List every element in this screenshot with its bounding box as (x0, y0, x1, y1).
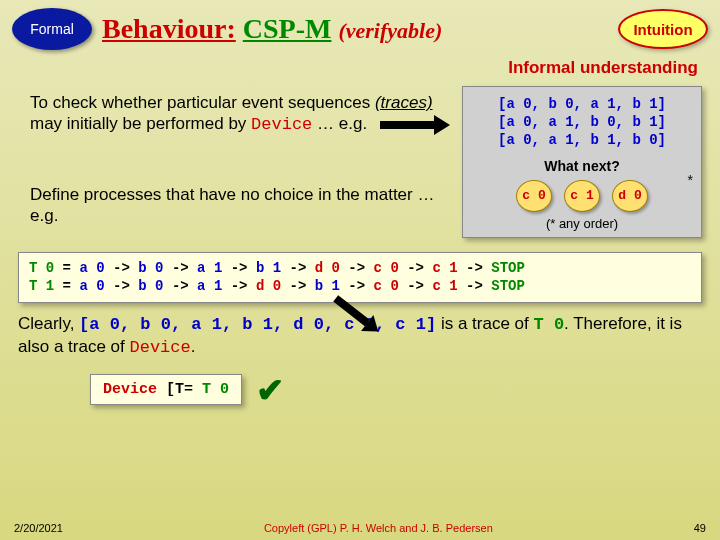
slide-title: Behaviour: CSP-M (verifyable) (102, 13, 608, 45)
para1-c: … e.g. (312, 114, 367, 133)
title-behaviour: Behaviour: (102, 13, 236, 44)
code-ar2: -> (163, 260, 197, 276)
code-b1b: b 1 (315, 278, 340, 294)
code-ar5: -> (340, 260, 374, 276)
checkmark-icon: ✔ (256, 370, 284, 410)
code-t1: T 1 (29, 278, 54, 294)
code-arb3: -> (222, 278, 256, 294)
code-d0: d 0 (315, 260, 340, 276)
code-ar3: -> (222, 260, 256, 276)
para1-b: may initially be performed by (30, 114, 251, 133)
what-next-label: What next? (473, 158, 691, 174)
code-b0: b 0 (138, 260, 163, 276)
code-c0: c 0 (374, 260, 399, 276)
clearly-b: is a trace of (436, 314, 533, 333)
title-verifyable: (verifyable) (338, 18, 442, 43)
title-csp: CSP-M (243, 13, 332, 44)
informal-label: Informal understanding (0, 54, 720, 80)
refinement-box: Device [T= T 0 (90, 374, 242, 405)
code-eq1: = (54, 260, 79, 276)
clearly-device: Device (130, 338, 191, 357)
refinement-row: Device [T= T 0 ✔ (90, 370, 720, 410)
code-c1: c 1 (432, 260, 457, 276)
code-arb2: -> (163, 278, 197, 294)
clearly-t0: T 0 (533, 315, 564, 334)
slide-header: Formal Behaviour: CSP-M (verifyable) Int… (0, 0, 720, 54)
footer-page: 49 (694, 522, 706, 534)
circle-c1: c 1 (564, 180, 600, 212)
code-b0b: b 0 (138, 278, 163, 294)
any-order-note: (* any order) (473, 216, 691, 231)
traces-box: [a 0, b 0, a 1, b 1] [a 0, a 1, b 0, b 1… (462, 86, 702, 238)
paragraph-1: To check whether particular event sequen… (30, 92, 454, 136)
para1-a: To check whether particular event sequen… (30, 93, 375, 112)
code-arb7: -> (458, 278, 492, 294)
footer-copyleft: Copyleft (GPL) P. H. Welch and J. B. Ped… (264, 522, 493, 534)
formal-badge: Formal (12, 8, 92, 50)
code-d0b: d 0 (256, 278, 281, 294)
code-ar4: -> (281, 260, 315, 276)
para1-traces: (traces) (375, 93, 433, 112)
left-column: To check whether particular event sequen… (30, 86, 454, 238)
code-ar7: -> (458, 260, 492, 276)
footer-date: 2/20/2021 (14, 522, 63, 534)
clearly-a: Clearly, (18, 314, 79, 333)
slide-footer: 2/20/2021 Copyleft (GPL) P. H. Welch and… (0, 522, 720, 534)
circle-d0: d 0 (612, 180, 648, 212)
code-a1: a 1 (197, 260, 222, 276)
circle-c0: c 0 (516, 180, 552, 212)
code-stop1: STOP (491, 260, 525, 276)
event-circles: c 0 c 1 d 0 * (473, 180, 691, 212)
mid-section: To check whether particular event sequen… (0, 80, 720, 238)
trace-list: [a 0, b 0, a 1, b 1] [a 0, a 1, b 0, b 1… (473, 95, 691, 150)
arrow-right-icon (380, 117, 450, 133)
code-a0: a 0 (79, 260, 104, 276)
code-stop2: STOP (491, 278, 525, 294)
code-a0b: a 0 (79, 278, 104, 294)
refine-t0: T 0 (202, 381, 229, 398)
refine-device: Device (103, 381, 157, 398)
code-arb6: -> (399, 278, 433, 294)
code-ar6: -> (399, 260, 433, 276)
code-t0: T 0 (29, 260, 54, 276)
code-c1b: c 1 (432, 278, 457, 294)
refine-op: [T= (157, 381, 202, 398)
code-c0b: c 0 (374, 278, 399, 294)
code-arb5: -> (340, 278, 374, 294)
code-a1b: a 1 (197, 278, 222, 294)
code-b1: b 1 (256, 260, 281, 276)
code-eq2: = (54, 278, 79, 294)
para1-device: Device (251, 115, 312, 134)
code-arb4: -> (281, 278, 315, 294)
star-icon: * (688, 172, 693, 188)
code-arb1: -> (105, 278, 139, 294)
code-ar1: -> (105, 260, 139, 276)
paragraph-2: Define processes that have no choice in … (30, 184, 454, 227)
process-definitions: T 0 = a 0 -> b 0 -> a 1 -> b 1 -> d 0 ->… (18, 252, 702, 304)
clearly-d: . (191, 337, 196, 356)
intuition-badge: Intuition (618, 9, 708, 49)
